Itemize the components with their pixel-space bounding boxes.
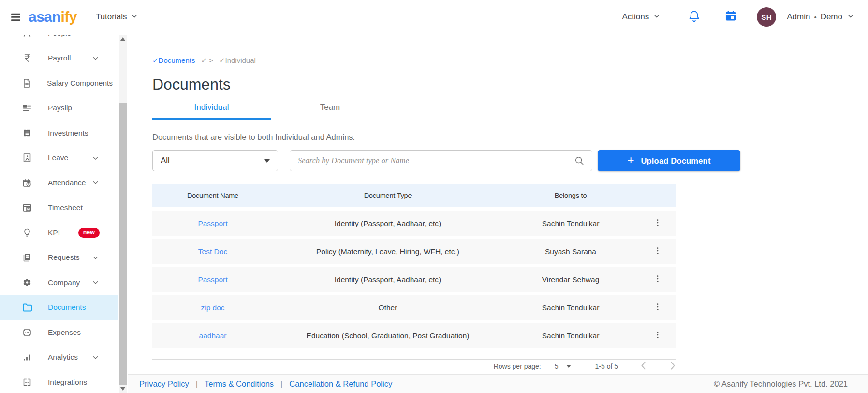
integrations-icon <box>21 377 33 388</box>
sidebar-item-integrations[interactable]: Integrations <box>0 370 118 393</box>
search-icon <box>574 155 585 168</box>
calendar-button[interactable] <box>724 9 737 25</box>
document-name-link[interactable]: Passport <box>198 219 227 227</box>
sidebar-item-payslip[interactable]: Payslip <box>0 96 118 121</box>
sidebar-item-label: Integrations <box>48 378 87 387</box>
document-type-filter[interactable]: All <box>152 150 278 171</box>
sidebar-item-timesheet[interactable]: Timesheet <box>0 196 118 221</box>
kebab-icon <box>653 330 662 341</box>
column-header-document-name: Document Name <box>152 192 273 199</box>
scrollbar-up-arrow[interactable] <box>120 37 125 41</box>
document-type-cell: Identity (Passport, Aadhaar, etc) <box>273 275 502 284</box>
breadcrumb-documents-link[interactable]: ✓Documents <box>152 56 195 65</box>
timesheet-icon <box>21 202 33 213</box>
sidebar-item-label: Payroll <box>48 54 71 62</box>
table-row: Test DocPolicy (Maternity, Leave, Hiring… <box>152 239 676 264</box>
sidebar-item-company[interactable]: Company <box>0 270 118 295</box>
actions-label: Actions <box>622 12 649 22</box>
menu-icon[interactable] <box>10 11 22 23</box>
sidebar-item-payroll[interactable]: Payroll <box>0 46 118 71</box>
sidebar-item-label: Salary Components <box>47 79 113 88</box>
sidebar-item-documents[interactable]: Documents <box>0 295 118 320</box>
document-name-link[interactable]: Test Doc <box>198 247 227 256</box>
sidebar-item-people[interactable]: People <box>0 35 118 46</box>
breadcrumb: ✓Documents ✓ > ✓Individual <box>152 56 256 65</box>
pagination-next-button[interactable] <box>670 361 676 372</box>
plus-icon: + <box>627 154 634 166</box>
calendar-icon <box>724 9 737 25</box>
pagination-range: 1-5 of 5 <box>595 363 618 370</box>
table-body: PassportIdentity (Passport, Aadhaar, etc… <box>152 211 676 348</box>
breadcrumb-separator: ✓ > <box>201 56 213 65</box>
sidebar-item-leave[interactable]: Leave <box>0 146 118 171</box>
chevron-right-icon <box>670 361 676 372</box>
user-role: Admin <box>787 12 810 22</box>
sidebar-item-label: Payslip <box>48 104 72 112</box>
ticket-icon <box>21 327 33 338</box>
chevron-down-icon <box>91 353 100 362</box>
bar-chart-icon <box>21 352 33 363</box>
user-org: Demo <box>821 12 842 22</box>
footer: Privacy Policy|Terms & Conditions|Cancel… <box>128 374 868 393</box>
row-actions-button[interactable] <box>639 246 676 257</box>
chevron-down-icon <box>91 179 100 187</box>
bell-icon <box>688 10 701 25</box>
sidebar-item-salary-components[interactable]: Salary Components <box>0 71 118 96</box>
user-separator: • <box>814 13 816 21</box>
sidebar-item-attendance[interactable]: Attendance <box>0 170 118 196</box>
upload-document-button[interactable]: + Upload Document <box>598 150 740 171</box>
sidebar-scrollbar[interactable] <box>119 35 127 393</box>
sidebar-item-expenses[interactable]: Expenses <box>0 320 118 345</box>
sidebar-item-label: Documents <box>48 303 86 312</box>
copyright: © Asanify Technologies Pvt. Ltd. 2021 <box>714 379 848 389</box>
sidebar-item-kpi[interactable]: KPInew <box>0 220 118 245</box>
tabs: Individual Team <box>152 97 389 120</box>
chevron-down-icon <box>91 254 100 262</box>
sidebar-item-label: Leave <box>48 153 68 162</box>
topbar-divider <box>85 0 85 34</box>
document-type-cell: Other <box>273 303 502 312</box>
document-name-link[interactable]: Passport <box>198 275 227 284</box>
row-actions-button[interactable] <box>639 330 676 341</box>
chevron-down-icon <box>652 12 661 23</box>
caret-down-icon <box>264 159 270 163</box>
sidebar-item-requests[interactable]: Requests <box>0 245 118 271</box>
sidebar: PeoplePayrollSalary ComponentsPayslipInv… <box>0 35 127 393</box>
document-name-link[interactable]: zip doc <box>201 303 224 312</box>
avatar[interactable]: SH <box>757 7 776 27</box>
sidebar-item-analytics[interactable]: Analytics <box>0 345 118 370</box>
footer-link-separator: | <box>280 379 282 389</box>
scrollbar-down-arrow[interactable] <box>120 387 125 391</box>
table-row: zip docOtherSachin Tendulkar <box>152 295 676 320</box>
table-row: PassportIdentity (Passport, Aadhaar, etc… <box>152 267 676 292</box>
footer-link-terms-conditions[interactable]: Terms & Conditions <box>205 379 274 389</box>
document-type-cell: Education (School, Graduation, Post Grad… <box>273 332 502 340</box>
actions-menu[interactable]: Actions <box>622 12 661 23</box>
pagination-prev-button[interactable] <box>640 361 646 372</box>
sidebar-item-label: Investments <box>48 129 88 137</box>
scrollbar-thumb[interactable] <box>119 103 127 385</box>
rows-per-page-value: 5 <box>555 363 559 370</box>
row-actions-button[interactable] <box>639 302 676 313</box>
tutorials-menu[interactable]: Tutorials <box>96 12 139 23</box>
notifications-button[interactable] <box>688 10 701 25</box>
footer-link-cancellation-refund-policy[interactable]: Cancellation & Refund Policy <box>289 379 392 389</box>
footer-link-privacy-policy[interactable]: Privacy Policy <box>139 379 189 389</box>
kebab-icon <box>653 302 662 313</box>
sidebar-item-label: Requests <box>48 253 79 262</box>
sidebar-item-investments[interactable]: Investments <box>0 121 118 146</box>
row-actions-button[interactable] <box>639 274 676 285</box>
search-input[interactable] <box>290 150 592 171</box>
tab-team[interactable]: Team <box>271 97 389 120</box>
document-type-filter-value: All <box>161 156 170 166</box>
sidebar-item-label: Company <box>48 278 80 287</box>
user-menu[interactable]: Admin • Demo <box>787 12 855 23</box>
filter-row: All + Upload Document <box>152 150 740 171</box>
asanify-logo: asanify <box>29 9 77 25</box>
chevron-left-icon <box>640 361 646 372</box>
row-actions-button[interactable] <box>639 218 676 229</box>
folder-icon <box>21 302 33 313</box>
rows-per-page-select[interactable]: 5 <box>555 363 571 370</box>
tab-individual[interactable]: Individual <box>152 97 271 120</box>
document-name-link[interactable]: aadhaar <box>199 332 227 340</box>
